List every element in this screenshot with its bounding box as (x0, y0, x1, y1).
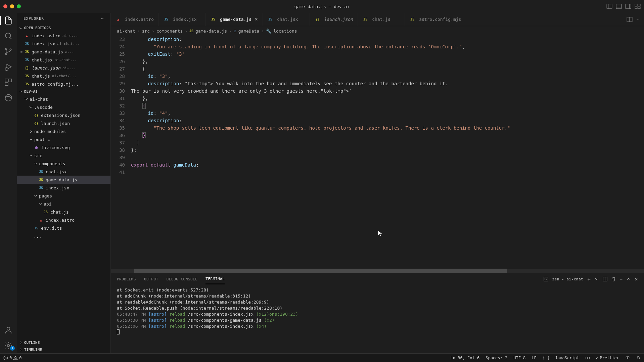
terminal-dropdown-icon[interactable] (595, 277, 599, 281)
open-editor-item[interactable]: JSchat.jsxai-chat... (17, 56, 110, 64)
open-editors-section[interactable]: OPEN EDITORS (17, 25, 110, 32)
editor-horizontal-scrollbar[interactable] (111, 269, 644, 273)
code-line[interactable] (131, 169, 644, 176)
breadcrumb-part[interactable]: components (156, 29, 183, 34)
file-item[interactable]: ▲index.astro (17, 216, 110, 224)
layout-customize-icon[interactable] (635, 3, 641, 9)
code-line[interactable]: exitEast: "3" (131, 50, 644, 58)
file-item[interactable]: TSenv.d.ts (17, 224, 110, 232)
folder-item[interactable]: public (17, 135, 110, 143)
folder-item[interactable]: src (17, 151, 110, 160)
split-editor-icon[interactable] (627, 16, 633, 22)
file-item[interactable]: ⬢favicon.svg (17, 143, 110, 151)
code-line[interactable]: }, (131, 58, 644, 65)
code-line[interactable]: }, (131, 95, 644, 102)
activity-source-control[interactable] (0, 47, 17, 56)
status-feedback-icon[interactable] (585, 356, 590, 360)
code-editor[interactable]: 23242526272829303132333435363738394041 d… (111, 36, 644, 269)
activity-search[interactable] (0, 32, 17, 40)
code-line[interactable]: } (131, 132, 644, 139)
breadcrumb-part[interactable]: ai-chat (117, 29, 135, 34)
terminal-shell-label[interactable]: zsh - ai-chat (552, 277, 584, 281)
terminal-profile-icon[interactable] (544, 277, 548, 281)
code-line[interactable] (131, 154, 644, 161)
file-item[interactable]: JSchat.jsx (17, 168, 110, 176)
folder-item[interactable]: api (17, 200, 110, 208)
explorer-more-icon[interactable]: ⋯ (101, 16, 104, 21)
status-encoding[interactable]: UTF-8 (513, 356, 525, 360)
code-line[interactable]: }; (131, 146, 644, 154)
file-item[interactable]: ... (17, 232, 110, 240)
breadcrumb-part[interactable]: src (142, 29, 150, 34)
editor-tab[interactable]: JSastro.config.mjs (405, 13, 466, 26)
status-spaces[interactable]: Spaces: 2 (486, 356, 507, 360)
terminal-output[interactable]: at Socket.emit (node:events:527:28) at a… (111, 285, 644, 353)
code-line[interactable]: ] (131, 139, 644, 146)
status-cursor[interactable]: Ln 36, Col 6 (450, 356, 479, 360)
file-item[interactable]: {}launch.json (17, 119, 110, 127)
status-prettier[interactable]: ✓ Prettier (596, 356, 619, 360)
editor-tab[interactable]: JSindex.jsx (159, 13, 206, 26)
folder-item[interactable]: .vscode (17, 103, 110, 111)
layout-sidebar-left-icon[interactable] (606, 3, 612, 9)
outline-section[interactable]: OUTLINE (17, 339, 110, 346)
scrollbar-thumb[interactable] (134, 269, 507, 273)
status-language[interactable]: { } JavaScript (543, 356, 579, 360)
open-editor-item[interactable]: {}launch.jsonai-... (17, 64, 110, 72)
activity-run-debug[interactable] (0, 62, 17, 71)
window-minimize[interactable] (10, 4, 14, 8)
editor-tab[interactable]: JSchat.jsx (263, 13, 310, 26)
maximize-panel-icon[interactable] (627, 277, 631, 281)
terminal-more-icon[interactable]: ⋯ (620, 277, 623, 281)
breadcrumb-part[interactable]: gameData (238, 29, 260, 34)
new-terminal-icon[interactable]: + (587, 276, 591, 282)
status-eol[interactable]: LF (532, 356, 536, 360)
layout-panel-icon[interactable] (616, 3, 622, 9)
code-line[interactable]: The bar is not very crowded and there ar… (131, 87, 644, 95)
code-line[interactable]: "You are standing in front of a large co… (131, 43, 644, 50)
timeline-section[interactable]: TIMELINE (17, 346, 110, 353)
activity-accounts[interactable] (0, 326, 17, 334)
open-editor-item[interactable]: JSindex.jsxai-chat... (17, 40, 110, 48)
code-line[interactable]: id: "4", (131, 109, 644, 117)
breadcrumb[interactable]: ai-chat › src › components › JS game-dat… (111, 26, 644, 36)
breadcrumb-part[interactable]: locations (273, 29, 297, 34)
file-item[interactable]: JSindex.jsx (17, 184, 110, 192)
folder-item[interactable]: pages (17, 192, 110, 200)
folder-item[interactable]: ai-chat (17, 95, 110, 103)
editor-tab[interactable]: JSchat.js (358, 13, 405, 26)
code-line[interactable]: description: (131, 117, 644, 124)
open-editor-item[interactable]: JSastro.config.mj... (17, 80, 110, 88)
close-icon[interactable]: ✕ (19, 49, 24, 54)
project-section[interactable]: DEV-AI (17, 88, 110, 95)
folder-item[interactable]: components (17, 160, 110, 168)
window-maximize[interactable] (17, 4, 21, 8)
status-problems[interactable]: 0 0 (3, 356, 21, 360)
code-line[interactable]: { (131, 65, 644, 73)
panel-tab-problems[interactable]: PROBLEMS (117, 274, 136, 284)
close-panel-icon[interactable]: ✕ (635, 276, 638, 282)
panel-tab-terminal[interactable]: TERMINAL (205, 274, 225, 284)
layout-sidebar-right-icon[interactable] (625, 3, 631, 9)
activity-explorer[interactable] (0, 16, 17, 25)
breadcrumb-part[interactable]: game-data.js (195, 29, 227, 34)
file-item[interactable]: JSchat.js (17, 208, 110, 216)
editor-tab[interactable]: JSgame-data.js× (206, 13, 263, 26)
close-icon[interactable]: × (255, 16, 258, 22)
code-line[interactable]: description: "tok-tmp">`You walk into th… (131, 80, 644, 87)
editor-tab[interactable]: ▲index.astro (111, 13, 159, 26)
split-terminal-icon[interactable] (603, 277, 607, 281)
code-line[interactable]: { (131, 102, 644, 109)
activity-edge[interactable] (0, 93, 17, 102)
kill-terminal-icon[interactable] (611, 277, 616, 281)
code-line[interactable]: description: (131, 36, 644, 43)
panel-tab-debug[interactable]: DEBUG CONSOLE (167, 274, 198, 284)
editor-tab[interactable]: {}launch.json (310, 13, 358, 26)
activity-extensions[interactable] (0, 78, 17, 87)
code-line[interactable]: export default gameData; (131, 161, 644, 169)
file-item[interactable]: {}extensions.json (17, 111, 110, 119)
code-line[interactable]: id: "3", (131, 73, 644, 80)
open-editor-item[interactable]: ▲index.astroai-c... (17, 32, 110, 40)
activity-settings[interactable]: 1 (0, 341, 17, 350)
status-live-icon[interactable] (625, 356, 630, 360)
